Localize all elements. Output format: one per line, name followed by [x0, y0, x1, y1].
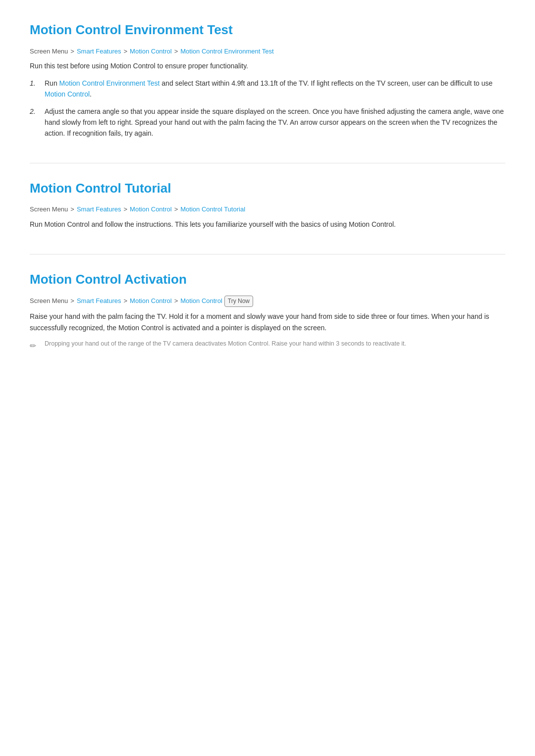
section3-description: Raise your hand with the palm facing the…	[30, 311, 505, 333]
section3-breadcrumb: Screen Menu > Smart Features > Motion Co…	[30, 296, 505, 307]
breadcrumb-motion-control-1[interactable]: Motion Control	[130, 47, 172, 57]
breadcrumb-smart-features-1[interactable]: Smart Features	[77, 47, 121, 57]
section1-steps: 1. Run Motion Control Environment Test a…	[30, 78, 505, 139]
step-1: 1. Run Motion Control Environment Test a…	[30, 78, 505, 100]
step-1-text: Run Motion Control Environment Test and …	[45, 78, 505, 100]
breadcrumb2-smart-features[interactable]: Smart Features	[77, 204, 121, 215]
breadcrumb2-sep1: >	[70, 204, 74, 215]
step1-motion-control-link[interactable]: Motion Control	[45, 90, 90, 98]
section3-note-text: Dropping your hand out of the range of t…	[45, 339, 406, 349]
breadcrumb-environment-test[interactable]: Motion Control Environment Test	[180, 47, 273, 57]
breadcrumb3-motion-control[interactable]: Motion Control	[130, 296, 172, 306]
breadcrumb2-motion-control[interactable]: Motion Control	[130, 204, 172, 215]
breadcrumb2-sep2: >	[124, 204, 128, 215]
step-2-number: 2.	[30, 106, 39, 117]
note-pencil-icon: ✏	[30, 340, 40, 353]
section-environment-test: Motion Control Environment Test Screen M…	[30, 20, 505, 139]
breadcrumb3-sep3: >	[174, 296, 178, 306]
section1-description: Run this test before using Motion Contro…	[30, 60, 505, 71]
section-activation: Motion Control Activation Screen Menu > …	[30, 269, 505, 353]
divider-2	[30, 254, 505, 254]
section3-title: Motion Control Activation	[30, 269, 505, 290]
breadcrumb2-screen-menu: Screen Menu	[30, 204, 68, 215]
section1-title: Motion Control Environment Test	[30, 20, 505, 41]
step-2-text: Adjust the camera angle so that you appe…	[45, 106, 505, 139]
breadcrumb3-sep1: >	[70, 296, 74, 306]
try-now-badge[interactable]: Try Now	[224, 296, 253, 307]
step1-env-test-link[interactable]: Motion Control Environment Test	[59, 79, 160, 87]
breadcrumb3-sep2: >	[124, 296, 128, 306]
section-tutorial: Motion Control Tutorial Screen Menu > Sm…	[30, 178, 505, 230]
step-1-number: 1.	[30, 78, 39, 89]
breadcrumb-sep1: >	[70, 47, 74, 57]
breadcrumb3-screen-menu: Screen Menu	[30, 296, 68, 306]
section2-description: Run Motion Control and follow the instru…	[30, 219, 505, 230]
breadcrumb3-smart-features[interactable]: Smart Features	[77, 296, 121, 306]
step-2: 2. Adjust the camera angle so that you a…	[30, 106, 505, 139]
breadcrumb3-motion-control-2[interactable]: Motion Control	[180, 296, 222, 306]
breadcrumb2-sep3: >	[174, 204, 178, 215]
section2-title: Motion Control Tutorial	[30, 178, 505, 199]
breadcrumb-sep3: >	[174, 47, 178, 57]
section3-note: ✏ Dropping your hand out of the range of…	[30, 339, 505, 353]
section2-breadcrumb: Screen Menu > Smart Features > Motion Co…	[30, 204, 505, 215]
divider-1	[30, 163, 505, 163]
section1-breadcrumb: Screen Menu > Smart Features > Motion Co…	[30, 47, 505, 57]
breadcrumb-sep2: >	[124, 47, 128, 57]
breadcrumb2-tutorial[interactable]: Motion Control Tutorial	[180, 204, 245, 215]
breadcrumb-screen-menu: Screen Menu	[30, 47, 68, 57]
